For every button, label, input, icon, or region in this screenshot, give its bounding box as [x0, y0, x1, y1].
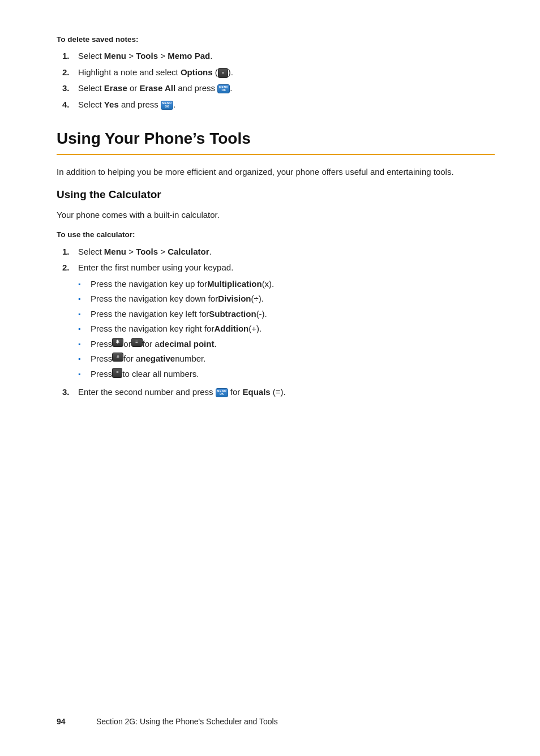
footer: 94 Section 2G: Using the Phone's Schedul… — [0, 716, 540, 728]
section-title-block: Using Your Phone’s Tools — [57, 127, 495, 155]
calc-step-content-2: Enter the first number using your keypad… — [78, 261, 495, 383]
step-content-2: Highlight a note and select Options (≡). — [78, 66, 495, 79]
section-intro-text: In addition to helping you be more effic… — [57, 165, 495, 178]
bullet-division: Press the navigation key down for Divisi… — [78, 293, 495, 306]
delete-step-4: 4. Select Yes and press MENUOK. — [62, 98, 495, 111]
hash-key-icon: ≡ — [131, 338, 143, 347]
options-icon: ≡ — [218, 68, 228, 78]
calculator-intro: Your phone comes with a built-in calcula… — [57, 208, 495, 221]
step-num-3: 3. — [62, 82, 78, 95]
calc-bullet-list: Press the navigation key up for Multipli… — [78, 278, 495, 381]
star-key-icon: ✱ — [112, 338, 123, 347]
section-divider — [57, 154, 495, 155]
step-num-1: 1. — [62, 50, 78, 63]
calc-step-num-3: 3. — [62, 386, 78, 399]
subsection-title: Using the Calculator — [57, 187, 495, 203]
bullet-decimal: Press ✱ or ≡ for a decimal point. — [78, 338, 495, 351]
calc-step-num-1: 1. — [62, 246, 78, 259]
step-num-4: 4. — [62, 98, 78, 111]
footer-section-text: Section 2G: Using the Phone's Scheduler … — [96, 716, 278, 728]
bullet-multiplication: Press the navigation key up for Multipli… — [78, 278, 495, 291]
delete-notes-list: 1. Select Menu > Tools > Memo Pad. 2. Hi… — [57, 50, 495, 111]
step-content-3: Select Erase or Erase All and press MENU… — [78, 82, 495, 95]
calc-step-3: 3. Enter the second number and press MEN… — [62, 386, 495, 399]
to-use-label: To use the calculator: — [57, 229, 495, 240]
footer-page-number: 94 — [57, 716, 79, 728]
calc-step-1: 1. Select Menu > Tools > Calculator. — [62, 246, 495, 259]
delete-step-1: 1. Select Menu > Tools > Memo Pad. — [62, 50, 495, 63]
menu-ok-icon-3: MENUOK — [216, 388, 228, 397]
step-content-1: Select Menu > Tools > Memo Pad. — [78, 50, 495, 63]
menu-ok-icon-2: MENUOK — [161, 101, 173, 110]
bullet-clear: Press ≡ to clear all numbers. — [78, 368, 495, 381]
clear-key-icon: ≡ — [112, 368, 122, 378]
delete-notes-label: To delete saved notes: — [57, 34, 495, 45]
delete-step-2: 2. Highlight a note and select Options (… — [62, 66, 495, 79]
pound-key-icon: # — [112, 353, 123, 362]
menu-ok-icon-1: MENUOK — [217, 84, 230, 93]
step-num-2: 2. — [62, 66, 78, 79]
calc-step-2: 2. Enter the first number using your key… — [62, 261, 495, 383]
delete-step-3: 3. Select Erase or Erase All and press M… — [62, 82, 495, 95]
calculator-steps-list: 1. Select Menu > Tools > Calculator. 2. … — [57, 246, 495, 399]
calc-step-content-1: Select Menu > Tools > Calculator. — [78, 246, 495, 259]
bullet-subtraction: Press the navigation key left for Subtra… — [78, 308, 495, 321]
bullet-negative: Press # for a negative number. — [78, 353, 495, 366]
delete-notes-section: To delete saved notes: 1. Select Menu > … — [57, 34, 495, 111]
calc-step-num-2: 2. — [62, 261, 78, 383]
bullet-addition: Press the navigation key right for Addit… — [78, 323, 495, 336]
section-title: Using Your Phone’s Tools — [57, 127, 495, 151]
step-content-4: Select Yes and press MENUOK. — [78, 98, 495, 111]
calc-step-content-3: Enter the second number and press MENUOK… — [78, 386, 495, 399]
